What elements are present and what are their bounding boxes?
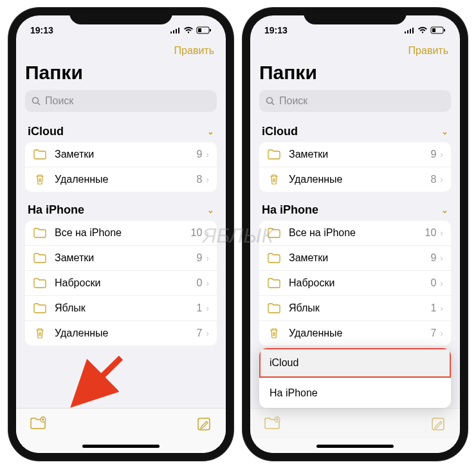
wifi-icon xyxy=(183,26,194,34)
folder-icon xyxy=(267,227,281,239)
chevron-right-icon: › xyxy=(440,174,443,185)
compose-button[interactable] xyxy=(196,416,212,432)
search-placeholder: Поиск xyxy=(45,95,73,107)
folder-icon xyxy=(267,252,281,264)
home-indicator[interactable] xyxy=(250,439,460,453)
item-label: Удаленные xyxy=(289,328,430,339)
item-label: Яблык xyxy=(289,302,430,314)
item-count: 0 xyxy=(430,277,436,289)
list-icloud: Заметки 9 › Удаленные 8 › xyxy=(259,142,451,192)
battery-icon xyxy=(430,26,446,34)
item-label: Заметки xyxy=(289,149,430,160)
edit-button[interactable]: Править xyxy=(174,45,214,57)
svg-line-8 xyxy=(38,102,41,105)
svg-rect-13 xyxy=(407,30,408,33)
section-label: iCloud xyxy=(262,125,298,138)
svg-rect-3 xyxy=(178,28,179,33)
signal-icon xyxy=(405,27,415,34)
section-label: На iPhone xyxy=(262,203,318,217)
chevron-right-icon: › xyxy=(206,303,209,313)
phone-frame-right: 19:13 Править Папки Поиск iCloud ⌄ Замет… xyxy=(243,8,468,461)
edit-button[interactable]: Править xyxy=(408,45,448,57)
chevron-right-icon: › xyxy=(440,328,443,338)
item-label: Наброски xyxy=(289,277,430,289)
section-label: iCloud xyxy=(28,125,64,138)
item-label: Заметки xyxy=(55,252,196,264)
screen-left: 19:13 Править Папки Поиск iCloud ⌄ xyxy=(16,15,226,453)
popup-option-iphone[interactable]: На iPhone xyxy=(259,378,451,408)
list-item[interactable]: Удаленные 7 › xyxy=(259,321,451,346)
item-count: 1 xyxy=(196,302,202,314)
notch xyxy=(304,8,407,24)
folder-icon xyxy=(33,252,47,264)
item-label: Яблык xyxy=(55,302,196,314)
item-label: Заметки xyxy=(289,252,430,264)
svg-rect-0 xyxy=(170,32,172,33)
compose-button[interactable] xyxy=(430,416,446,432)
list-item[interactable]: Удаленные 8 › xyxy=(259,167,451,192)
svg-rect-17 xyxy=(432,28,435,32)
svg-point-19 xyxy=(267,97,273,103)
chevron-right-icon: › xyxy=(206,228,209,238)
section-header-iphone[interactable]: На iPhone ⌄ xyxy=(259,199,451,221)
section-header-icloud[interactable]: iCloud ⌄ xyxy=(259,121,451,142)
folder-icon xyxy=(267,149,281,160)
screen-right: 19:13 Править Папки Поиск iCloud ⌄ Замет… xyxy=(250,15,460,453)
status-time: 19:13 xyxy=(30,25,53,35)
status-time: 19:13 xyxy=(264,25,288,35)
item-count: 10 xyxy=(425,227,437,239)
section-header-icloud[interactable]: iCloud ⌄ xyxy=(25,121,217,142)
canvas: 19:13 Править Папки Поиск iCloud ⌄ xyxy=(0,0,476,468)
item-count: 10 xyxy=(191,227,203,239)
new-folder-button[interactable] xyxy=(30,416,46,432)
item-count: 9 xyxy=(196,149,202,160)
list-item[interactable]: Наброски 0 › xyxy=(25,271,217,296)
chevron-down-icon: ⌄ xyxy=(207,205,214,215)
page-title: Папки xyxy=(25,62,217,84)
item-label: Удаленные xyxy=(55,328,196,339)
list-item[interactable]: Удаленные 8 › xyxy=(25,167,217,192)
battery-icon xyxy=(196,26,212,34)
notch xyxy=(69,8,172,24)
list-item[interactable]: Все на iPhone 10 › xyxy=(25,221,217,246)
list-item[interactable]: Яблык 1 › xyxy=(259,296,451,321)
nav-bar: Править xyxy=(259,41,451,60)
trash-icon xyxy=(267,328,281,339)
list-iphone: Все на iPhone 10 › Заметки 9 › Наброски … xyxy=(259,221,451,346)
list-item[interactable]: Заметки 9 › xyxy=(25,246,217,271)
content-area: Править Папки Поиск iCloud ⌄ Заметки 9 ›… xyxy=(16,41,226,408)
item-count: 9 xyxy=(430,252,436,264)
nav-bar: Править xyxy=(25,41,217,60)
location-popup: iCloud На iPhone xyxy=(259,348,451,408)
item-count: 9 xyxy=(430,149,436,160)
item-count: 7 xyxy=(430,328,436,339)
toolbar xyxy=(250,408,460,439)
item-count: 9 xyxy=(196,252,202,264)
svg-rect-2 xyxy=(176,29,177,33)
list-item[interactable]: Яблык 1 › xyxy=(25,296,217,321)
popup-option-icloud[interactable]: iCloud xyxy=(259,348,451,378)
svg-point-7 xyxy=(33,97,39,103)
list-icloud: Заметки 9 › Удаленные 8 › xyxy=(25,142,217,192)
search-icon xyxy=(266,97,275,106)
search-input[interactable]: Поиск xyxy=(25,90,217,112)
new-folder-button[interactable] xyxy=(264,416,280,432)
svg-rect-1 xyxy=(173,30,174,33)
item-label: Все на iPhone xyxy=(289,227,425,239)
list-item[interactable]: Заметки 9 › xyxy=(25,142,217,167)
list-item[interactable]: Заметки 9 › xyxy=(259,246,451,271)
svg-rect-12 xyxy=(405,32,406,33)
search-placeholder: Поиск xyxy=(279,95,307,107)
home-indicator[interactable] xyxy=(16,439,226,453)
list-item[interactable]: Все на iPhone 10 › xyxy=(259,221,451,246)
folder-icon xyxy=(267,302,281,314)
section-header-iphone[interactable]: На iPhone ⌄ xyxy=(25,199,217,221)
folder-icon xyxy=(33,149,47,160)
trash-icon xyxy=(33,328,47,339)
list-item[interactable]: Наброски 0 › xyxy=(259,271,451,296)
chevron-right-icon: › xyxy=(440,278,443,288)
svg-rect-14 xyxy=(410,29,411,33)
list-item[interactable]: Удаленные 7 › xyxy=(25,321,217,346)
search-input[interactable]: Поиск xyxy=(259,90,451,112)
list-item[interactable]: Заметки 9 › xyxy=(259,142,451,167)
